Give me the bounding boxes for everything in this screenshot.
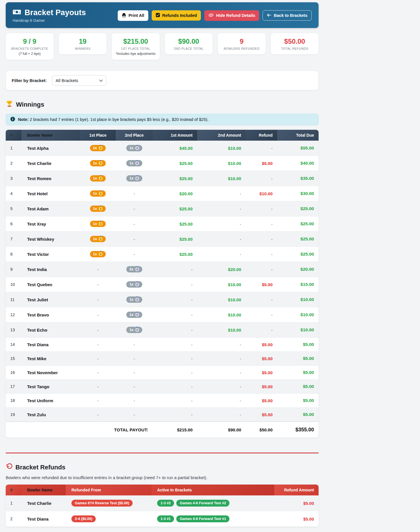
bowler-name: Test November [21,366,80,380]
print-all-button[interactable]: Print All [118,10,148,21]
print-all-label: Print All [129,13,144,18]
bracket-filter-select[interactable]: All Brackets [52,75,106,86]
refund-row: 1Test CharlieGames 6?4 Reverse Test ($5.… [6,495,319,511]
gold-medal-icon: 1 [99,176,103,180]
winnings-row: 5Test Adam1x1-$25.00--$25.00 [6,201,319,216]
empty-value: - [134,191,135,196]
bowler-name: Test Zulu [21,408,80,422]
row-number: 16 [6,366,21,380]
second-amount: - [197,380,246,394]
badge-count: 1x [93,207,97,211]
active-in-brackets-cell: 1-3 #1Games 4-6 Forward Test #1 [151,511,274,527]
row-number: 1 [6,495,21,511]
note-text-wrap: Note: 2 brackets had 7 entries (1 bye). … [18,117,209,122]
badge-count: 1x [129,146,133,150]
row-number: 2 [6,511,21,527]
row-number: 5 [6,201,21,216]
refund-amount: $10.00 [246,186,277,201]
active-in-brackets-cell: 1-3 #2Games 4-6 Forward Test #2 [151,495,274,511]
bowler-name: Test Tango [21,380,80,394]
second-amount: $10.00 [197,292,246,307]
badge-count: 1x [93,192,97,196]
bracket-refunds-heading-text: Bracket Refunds [15,464,65,471]
back-to-brackets-button[interactable]: Back to Brackets [263,10,312,21]
second-amount: - [197,408,246,422]
refund-amount: - [246,232,277,247]
silver-medal-icon: 2 [135,176,139,180]
winnings-row: 18Test Uniform----$5.00$5.00 [6,394,319,408]
first-place-cell: - [80,366,116,380]
bowler-name: Test Alpha [21,141,80,156]
total-due: $10.00 [277,292,319,307]
empty-value: - [97,328,99,332]
second-amount: - [197,216,246,232]
second-amount: - [197,338,246,352]
page-header: Bracket Payouts Handicap 6 Gamer Print A… [6,2,319,28]
refund-amount: - [246,216,277,232]
first-place-cell: - [80,292,116,307]
second-place-cell: - [116,408,153,422]
second-place-cell: - [116,366,153,380]
filter-card: Filter by Bracket: All Brackets [6,71,319,90]
badge-count: 1x [93,252,97,256]
total-due: $35.00 [277,171,319,186]
row-number: 1 [6,141,21,156]
stat-value: $90.00 [168,37,210,45]
total-due: $20.00 [277,262,319,277]
refunds-included-button[interactable]: Refunds Included [152,10,201,21]
first-place-cell: - [80,394,116,408]
refunded-from-cell: 2-4 ($5.00) [66,511,151,527]
winnings-row: 4Test Hotel1x1-$20.00-$10.00$30.00 [6,186,319,201]
total-refund-amount: $50.00 [246,422,277,438]
second-place-badge: 1x2 [126,175,142,182]
empty-value: - [134,206,135,211]
empty-value: - [134,222,135,226]
refund-amount: - [246,141,277,156]
total-due: $25.00 [277,201,319,216]
refund-amount: $5.00 [246,380,277,394]
silver-medal-icon: 2 [135,282,139,286]
silver-medal-icon: 2 [135,146,139,150]
second-place-cell: 1x2 [116,156,153,171]
refund-amount: $5.00 [246,338,277,352]
bracket-refunds-heading: Bracket Refunds [6,463,319,472]
row-number: 12 [6,307,21,322]
gold-medal-icon: 1 [99,207,103,211]
badge-count: 1x [93,176,97,180]
first-amount: - [153,277,197,292]
winnings-row: 3Test Romeo1x11x2$25.00$10.00-$35.00 [6,171,319,186]
refunds-column-header: Refunded From [66,485,151,495]
first-amount: - [153,338,197,352]
second-amount: - [197,232,246,247]
badge-count: 1x [129,298,133,302]
second-place-badge: 1x2 [126,296,142,303]
first-amount: $25.00 [153,216,197,232]
first-place-cell: - [80,262,116,277]
refund-row: 2Test Diana2-4 ($5.00)1-3 #1Games 4-6 Fo… [6,511,319,527]
bowler-name: Test Victor [21,247,80,262]
second-place-cell: 1x2 [116,141,153,156]
winnings-column-header: Bowler Name [21,130,80,141]
empty-value: - [134,252,135,257]
bowler-name: Test Xray [21,216,80,232]
silver-medal-icon: 2 [135,328,139,332]
gold-medal-icon: 1 [99,161,103,165]
second-amount: - [197,352,246,366]
refund-amount: - [246,171,277,186]
total-due: $55.00 [277,141,319,156]
total-due: $25.00 [277,232,319,247]
hide-refund-details-button[interactable]: Hide Refund Details [204,10,259,21]
refund-amount: $5.00 [274,511,319,527]
stat-label: 2ND PLACE TOTAL [168,47,210,50]
empty-value: - [97,356,99,361]
silver-medal-icon: 2 [135,267,139,271]
refunds-included-label: Refunds Included [162,13,197,18]
first-place-cell: - [80,307,116,322]
refund-amount: - [246,322,277,338]
arrow-left-icon [267,13,271,18]
badge-count: 1x [129,282,133,286]
bracket-payouts-page: Bracket Payouts Handicap 6 Gamer Print A… [6,0,319,527]
winnings-row: 7Test Whiskey1x1-$25.00--$25.00 [6,232,319,247]
first-amount: $20.00 [153,186,197,201]
second-amount: $20.00 [197,262,246,277]
